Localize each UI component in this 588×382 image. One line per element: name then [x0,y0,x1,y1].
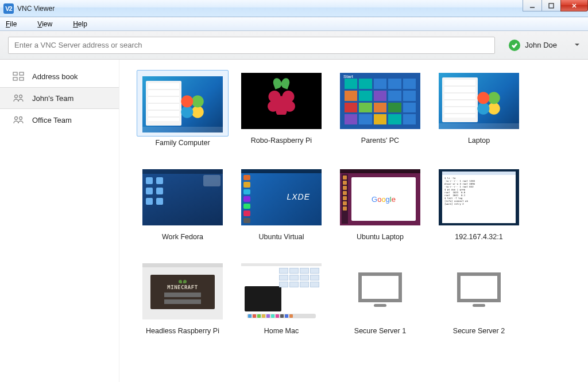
team-icon [13,93,24,103]
connection-thumbnail [137,166,229,228]
svg-rect-15 [473,304,485,307]
svg-rect-7 [20,77,24,80]
address-book-icon [13,72,24,81]
svg-rect-5 [20,72,24,75]
connection-robo-raspberry-pi[interactable]: Robo-Raspberry Pi [232,70,331,147]
connection-thumbnail [235,70,327,132]
connection-thumbnail: Google [334,166,426,228]
svg-rect-12 [360,274,400,301]
sidebar-item-john-s-team[interactable]: John's Team [0,87,119,109]
sidebar: Address bookJohn's TeamOffice Team [0,60,119,382]
toolbar: John Doe [0,31,588,60]
sidebar-item-label: Office Team [32,116,72,124]
svg-point-11 [20,117,22,120]
menu-file[interactable]: File [6,20,27,28]
connection-label: Work Fedora [162,233,203,241]
connection-thumbnail [433,70,525,132]
connection-home-mac[interactable]: Home Mac [232,260,331,335]
chevron-down-icon [574,41,580,49]
connection-work-fedora[interactable]: Work Fedora [133,166,232,241]
svg-point-8 [15,95,18,98]
connection-headless-raspberry-pi[interactable]: MINECRAFTHeadless Raspberry Pi [133,260,232,335]
signed-in-check-icon [509,40,520,51]
connection-label: Parents' PC [361,137,399,145]
sidebar-item-label: Address book [32,72,78,81]
svg-point-9 [20,95,22,98]
connection-thumbnail [137,70,229,137]
connection-thumbnail: Start [334,70,426,132]
connection-label: Family Computer [155,139,210,147]
connection-label: 192.167.4.32:1 [455,233,502,241]
connection-label: Secure Server 2 [453,327,505,335]
connection-thumbnail [433,260,525,322]
connection-thumbnail: MINECRAFT [137,260,229,322]
sidebar-item-label: John's Team [32,94,74,103]
svg-rect-1 [549,3,554,8]
connection-thumbnail [235,260,327,322]
window-controls [523,0,588,11]
address-search-input[interactable] [8,37,495,54]
user-name-label: John Doe [525,41,557,49]
svg-rect-14 [459,274,499,301]
connection-192-167-4-32-1[interactable]: $ ls -la -rw-r--r-- 1 root 1204 drwxr-xr… [430,166,528,241]
svg-point-10 [15,117,18,120]
menu-view[interactable]: View [37,20,63,28]
connections-pane: Family ComputerRobo-Raspberry PiStartPar… [119,60,588,382]
connection-secure-server-2[interactable]: Secure Server 2 [430,260,528,335]
connection-family-computer[interactable]: Family Computer [133,70,232,147]
connection-thumbnail: LXDE [235,166,327,228]
team-icon [13,115,24,124]
svg-rect-6 [13,77,17,80]
sidebar-item-office-team[interactable]: Office Team [0,109,119,131]
menu-help[interactable]: Help [73,20,98,28]
connection-label: Robo-Raspberry Pi [251,137,312,145]
connection-thumbnail [334,260,426,322]
connection-ubuntu-laptop[interactable]: GoogleUbuntu Laptop [331,166,430,241]
app-icon: V2 [3,3,14,14]
connection-thumbnail: $ ls -la -rw-r--r-- 1 root 1204 drwxr-xr… [433,166,525,228]
connection-label: Secure Server 1 [354,327,406,335]
connection-label: Ubuntu Virtual [259,233,304,241]
connection-ubuntu-virtual[interactable]: LXDEUbuntu Virtual [232,166,331,241]
window-title: VNC Viewer [17,5,55,13]
connection-parents-pc[interactable]: StartParents' PC [331,70,430,147]
connection-label: Laptop [468,137,490,145]
minimize-button[interactable] [523,0,542,11]
connection-laptop[interactable]: Laptop [430,70,528,147]
user-account-dropdown[interactable]: John Doe [509,40,580,51]
connection-secure-server-1[interactable]: Secure Server 1 [331,260,430,335]
menu-bar: File View Help [0,17,588,31]
svg-rect-4 [13,72,17,75]
sidebar-item-address-book[interactable]: Address book [0,65,119,87]
svg-rect-13 [374,304,386,307]
connection-label: Headless Raspberry Pi [146,327,219,335]
maximize-button[interactable] [541,0,561,11]
window-titlebar: V2 VNC Viewer [0,0,588,17]
close-button[interactable] [560,0,588,11]
connection-label: Ubuntu Laptop [357,233,404,241]
connection-label: Home Mac [264,327,299,335]
